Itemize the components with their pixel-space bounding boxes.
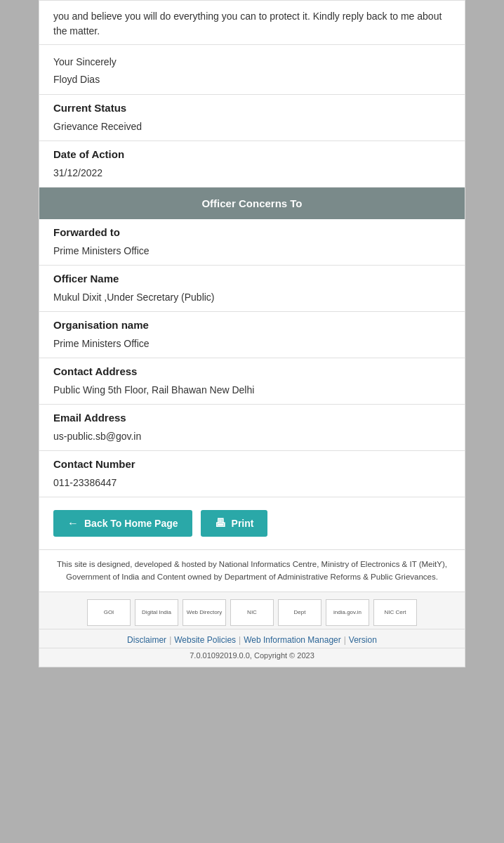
- logo-digital-india: Digital India: [135, 599, 178, 626]
- current-status-value: Grievance Received: [39, 118, 465, 141]
- footer-info-text: This site is designed, developed & hoste…: [57, 560, 447, 580]
- action-buttons: ← Back To Home Page 🖶 Print: [39, 497, 465, 549]
- website-policies-link[interactable]: Website Policies: [174, 635, 236, 645]
- back-icon: ←: [67, 517, 79, 530]
- organisation-name-value: Prime Ministers Office: [39, 335, 465, 358]
- web-information-manager-link[interactable]: Web Information Manager: [244, 635, 341, 645]
- logo-goi: GOI: [87, 599, 131, 626]
- officer-name-value: Mukul Dixit ,Under Secretary (Public): [39, 289, 465, 312]
- footer-version: 7.0.01092019.0.0, Copyright © 2023: [39, 648, 465, 667]
- back-to-home-button[interactable]: ← Back To Home Page: [53, 510, 192, 537]
- current-status-label: Current Status: [39, 95, 465, 118]
- sep3: |: [344, 635, 346, 645]
- sep1: |: [169, 635, 171, 645]
- officer-name-label: Officer Name: [39, 266, 465, 289]
- date-of-action-label: Date of Action: [39, 141, 465, 164]
- logo-dept: Dept: [278, 599, 321, 626]
- logo-nic-cert: NIC Cert: [373, 599, 417, 626]
- footer-links: Disclaimer | Website Policies | Web Info…: [39, 629, 465, 648]
- sincerely-label: Your Sincerely: [53, 53, 451, 71]
- contact-number-value: 011-23386447: [39, 474, 465, 497]
- content-card: you and believe you will do everything y…: [39, 0, 465, 550]
- forwarded-to-label: Forwarded to: [39, 219, 465, 242]
- print-button-label: Print: [232, 518, 254, 529]
- organisation-name-label: Organisation name: [39, 312, 465, 335]
- version-link[interactable]: Version: [349, 635, 377, 645]
- sincerely-name: Floyd Dias: [53, 71, 451, 89]
- email-address-value: us-public.sb@gov.in: [39, 428, 465, 451]
- logo-web-directory: Web Directory: [183, 599, 226, 626]
- email-address-label: Email Address: [39, 405, 465, 428]
- logo-nic: NIC: [230, 599, 274, 626]
- footer-info: This site is designed, developed & hoste…: [39, 550, 465, 592]
- sincerely-block: Your Sincerely Floyd Dias: [39, 45, 465, 95]
- logo-india-gov: india.gov.in: [326, 599, 369, 626]
- back-button-label: Back To Home Page: [84, 518, 178, 529]
- contact-address-label: Contact Address: [39, 358, 465, 381]
- footer-logos: GOI Digital India Web Directory NIC Dept…: [39, 592, 465, 629]
- intro-text: you and believe you will do everything y…: [53, 11, 442, 37]
- contact-address-value: Public Wing 5th Floor, Rail Bhawan New D…: [39, 381, 465, 405]
- print-icon: 🖶: [215, 517, 226, 530]
- officer-concerns-header: Officer Concerns To: [39, 188, 465, 219]
- contact-number-label: Contact Number: [39, 451, 465, 474]
- print-button[interactable]: 🖶 Print: [201, 510, 268, 537]
- disclaimer-link[interactable]: Disclaimer: [127, 635, 166, 645]
- page-wrapper: you and believe you will do everything y…: [0, 0, 504, 843]
- forwarded-to-value: Prime Ministers Office: [39, 242, 465, 266]
- intro-text-block: you and believe you will do everything y…: [39, 1, 465, 45]
- sep2: |: [239, 635, 241, 645]
- date-of-action-value: 31/12/2022: [39, 164, 465, 188]
